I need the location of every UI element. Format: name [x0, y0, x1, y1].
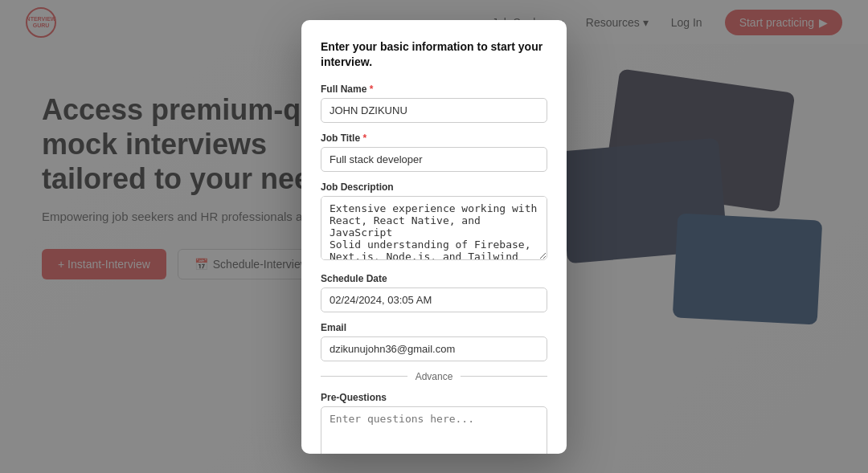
pre-questions-group: Pre-Questions [321, 392, 547, 454]
job-title-input[interactable] [321, 147, 547, 172]
pre-questions-label: Pre-Questions [321, 392, 547, 403]
modal-dialog: Enter your basic information to start yo… [301, 20, 567, 454]
email-input[interactable] [321, 336, 547, 361]
schedule-date-input[interactable] [321, 287, 547, 312]
advance-label: Advance [416, 371, 453, 382]
job-description-input[interactable]: Extensive experience working with React,… [321, 196, 547, 260]
email-group: Email [321, 322, 547, 361]
schedule-date-group: Schedule Date [321, 273, 547, 312]
advance-line-left [321, 376, 407, 377]
full-name-input[interactable] [321, 98, 547, 123]
modal-title: Enter your basic information to start yo… [321, 39, 547, 71]
full-name-group: Full Name * [321, 84, 547, 123]
schedule-date-label: Schedule Date [321, 273, 547, 284]
pre-questions-input[interactable] [321, 406, 547, 454]
job-title-group: Job Title * [321, 133, 547, 172]
full-name-label: Full Name * [321, 84, 547, 95]
advance-divider: Advance [321, 371, 547, 382]
job-title-label: Job Title * [321, 133, 547, 144]
advance-line-right [461, 376, 547, 377]
job-description-label: Job Description [321, 181, 547, 193]
email-label: Email [321, 322, 547, 333]
job-description-group: Job Description Extensive experience wor… [321, 181, 547, 263]
